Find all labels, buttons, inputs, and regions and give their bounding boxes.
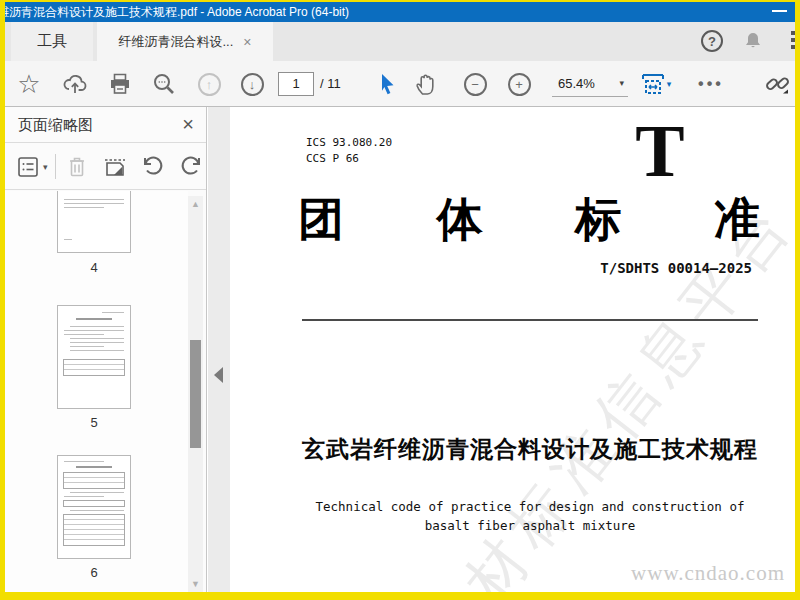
panel-close-icon[interactable]: ×: [182, 113, 194, 136]
fit-width-icon[interactable]: ▾: [639, 61, 673, 107]
rotate-clockwise-icon[interactable]: [179, 143, 203, 190]
pdf-page: 材标准信息平台 ICS 93.080.20 CCS P 66 T 团 体 标 准…: [230, 107, 795, 592]
previous-page-icon[interactable]: ↑: [195, 61, 223, 107]
panel-title: 页面缩略图: [18, 116, 93, 135]
zoom-out-icon[interactable]: −: [461, 61, 489, 107]
tab-tools-label: 工具: [37, 32, 67, 51]
overflow-menu-icon[interactable]: [791, 31, 796, 52]
document-title-cn: 玄武岩纤维沥青混合料设计及施工技术规程: [270, 434, 790, 465]
scroll-up-icon[interactable]: ▲: [191, 199, 200, 209]
thumbnails-panel: 页面缩略图 × ▾: [5, 107, 207, 592]
chevron-down-icon: ▾: [619, 78, 624, 88]
thumbnail-list: 4 5: [5, 191, 188, 592]
thumbnail-page-6-label[interactable]: 6: [57, 565, 131, 580]
tab-close-icon[interactable]: ×: [243, 34, 251, 50]
cloud-share-icon[interactable]: [61, 61, 89, 107]
banner-char: 标: [575, 189, 621, 251]
thumbnail-page-5[interactable]: [57, 305, 131, 409]
banner-char: 团: [298, 189, 344, 251]
scroll-down-icon[interactable]: ▼: [191, 579, 200, 589]
standard-t-logo: T: [628, 109, 692, 194]
panel-collapse-strip[interactable]: [208, 107, 230, 592]
tab-tools[interactable]: 工具: [11, 22, 93, 61]
title-bar: 维沥青混合料设计及施工技术规程.pdf - Adobe Acrobat Pro …: [5, 2, 795, 22]
window-title: 维沥青混合料设计及施工技术规程.pdf - Adobe Acrobat Pro …: [5, 4, 349, 21]
banner-title: 团 体 标 准: [298, 189, 760, 251]
standard-number: T/SDHTS 00014—2025: [510, 260, 752, 276]
panel-header: 页面缩略图 ×: [5, 107, 206, 143]
horizontal-rule: [302, 319, 758, 321]
delete-page-icon: [67, 143, 87, 190]
thumbnail-page-4[interactable]: [57, 191, 131, 253]
app-window: 维沥青混合料设计及施工技术规程.pdf - Adobe Acrobat Pro …: [0, 0, 800, 600]
document-title-en-line1: Technical code of practice for design an…: [250, 497, 795, 516]
next-page-icon[interactable]: ↓: [238, 61, 266, 107]
panel-toolbar: ▾: [5, 143, 206, 190]
main-toolbar: ☆ ↑: [5, 61, 795, 107]
thumbnail-page-6[interactable]: [57, 455, 131, 559]
search-icon[interactable]: [150, 61, 178, 107]
ics-codes: ICS 93.080.20 CCS P 66: [306, 135, 392, 167]
share-link-icon[interactable]: [763, 61, 793, 107]
zoom-level-value: 65.4%: [558, 76, 595, 91]
page-count-label: / 11: [320, 76, 341, 91]
document-title-en-line2: basalt fiber asphalt mixture: [250, 516, 795, 535]
thumbnail-scrollbar[interactable]: ▲ ▼: [188, 196, 203, 592]
page-number-input[interactable]: 1: [278, 72, 314, 96]
hand-tool-icon[interactable]: [411, 61, 441, 107]
rotate-counterclockwise-icon[interactable]: [141, 143, 165, 190]
chevron-down-icon: ▾: [43, 162, 48, 172]
site-watermark: www.cndao.com: [631, 561, 785, 586]
document-title-en: Technical code of practice for design an…: [250, 497, 795, 535]
zoom-level-dropdown[interactable]: 65.4% ▾: [552, 71, 628, 97]
thumbnail-page-4-label[interactable]: 4: [57, 260, 131, 275]
tab-bar: 工具 纤维沥青混合料设... × ?: [5, 22, 795, 61]
thumbnail-page-5-label[interactable]: 5: [57, 415, 131, 430]
chevron-down-icon: ▾: [667, 79, 672, 89]
more-options-icon[interactable]: •••: [693, 61, 729, 107]
minimize-button[interactable]: [772, 10, 787, 12]
crop-pages-icon[interactable]: [103, 143, 127, 190]
zoom-in-icon[interactable]: +: [505, 61, 533, 107]
tab-document-label: 纤维沥青混合料设...: [118, 33, 233, 51]
select-tool-icon[interactable]: [375, 61, 401, 107]
divider: [55, 154, 56, 179]
banner-char: 准: [714, 189, 760, 251]
scrollbar-thumb[interactable]: [190, 340, 201, 448]
help-icon[interactable]: ?: [701, 30, 723, 52]
collapse-panel-icon[interactable]: [214, 367, 223, 383]
thumbnail-options-icon[interactable]: ▾: [17, 143, 48, 190]
bell-icon[interactable]: [743, 31, 763, 51]
favorites-star-icon[interactable]: ☆: [15, 61, 43, 107]
print-icon[interactable]: [106, 61, 134, 107]
banner-char: 体: [437, 189, 483, 251]
tab-document[interactable]: 纤维沥青混合料设... ×: [97, 22, 273, 61]
